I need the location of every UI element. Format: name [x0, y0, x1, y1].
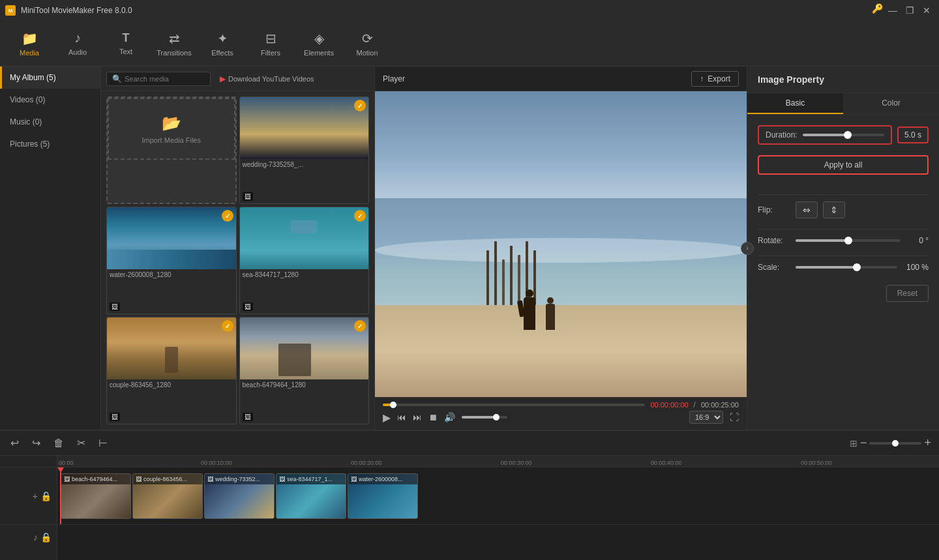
image-type-icon-sea: 🖼	[243, 302, 253, 311]
transitions-icon: ⇄	[169, 31, 180, 46]
tool-filters[interactable]: ⊟ Filters	[248, 24, 293, 63]
clip-header-couple: 🖼 couple-863456...	[133, 474, 202, 484]
volume-button[interactable]: 🔊	[444, 412, 455, 422]
tool-audio[interactable]: ♪ Audio	[55, 24, 100, 63]
timeline-clip-wedding[interactable]: 🖼 wedding-73352...	[204, 473, 275, 519]
split-button[interactable]: ⊢	[96, 435, 110, 450]
volume-slider[interactable]	[462, 416, 507, 419]
scale-slider[interactable]	[796, 266, 897, 269]
playhead[interactable]	[60, 467, 61, 524]
clip-label-beach: beach-6479464...	[72, 476, 117, 482]
folder-icon: 📂	[162, 114, 181, 132]
next-button[interactable]: ⏭	[413, 412, 422, 422]
titlebar-controls: 🔑 — ❐ ✕	[872, 3, 934, 18]
scale-value: 100 %	[902, 263, 929, 272]
media-item-wedding[interactable]: 🖼 wedding-7335258_...	[239, 96, 370, 204]
tab-color[interactable]: Color	[843, 93, 939, 114]
image-type-icon-beach: 🖼	[243, 413, 253, 421]
timeline-clip-sea[interactable]: 🖼 sea-8344717_1...	[276, 473, 346, 519]
undo-button[interactable]: ↩	[8, 435, 22, 450]
right-panel: › Image Property Basic Color Duration: 5…	[747, 66, 939, 430]
sidebar-item-pictures[interactable]: Pictures (5)	[0, 133, 100, 155]
media-label-wedding: wedding-7335258_...	[240, 159, 369, 170]
sidebar-item-album[interactable]: My Album (5)	[0, 66, 100, 89]
timeline-clip-water[interactable]: 🖼 water-2600008...	[348, 473, 418, 519]
reset-button[interactable]: Reset	[886, 285, 929, 302]
tool-text[interactable]: T Text	[103, 24, 149, 63]
media-item-couple[interactable]: 🖼 couple-863456_1280	[106, 317, 237, 424]
prev-button[interactable]: ⏮	[397, 412, 406, 422]
restore-button[interactable]: ❐	[902, 3, 917, 18]
delete-button[interactable]: 🗑	[51, 436, 67, 450]
close-button[interactable]: ✕	[919, 3, 934, 18]
right-panel-content: Duration: 5.0 s Apply to all Flip: ⇔	[747, 115, 939, 430]
player-buttons: ▶ ⏮ ⏭ ⏹ 🔊 16:9 4:3 1:1 ⛶	[383, 411, 739, 424]
tool-motion[interactable]: ⟳ Motion	[344, 24, 390, 63]
track-labels: + 🔒 ♪ 🔒	[0, 456, 57, 560]
timeline-clip-beach[interactable]: 🖼 beach-6479464...	[61, 473, 131, 519]
media-item-import[interactable]: 📂 Import Media Files	[106, 96, 237, 204]
timeline-clip-couple[interactable]: 🖼 couple-863456...	[132, 473, 203, 519]
flip-horizontal-button[interactable]: ⇔	[796, 201, 818, 218]
collapse-panel-button[interactable]: ›	[741, 242, 754, 255]
import-area[interactable]: 📂 Import Media Files	[108, 98, 235, 160]
zoom-slider[interactable]	[869, 442, 921, 445]
media-item-sea[interactable]: 🖼 sea-8344717_1280	[239, 207, 370, 314]
timeline-ruler: 00:00 00:00:10:00 00:00:20:00 00:00:30:0…	[57, 456, 939, 467]
cut-button[interactable]: ✂	[74, 435, 88, 450]
progress-bar-container[interactable]: 00:00:00:00 / 00:00:25:00	[383, 400, 739, 409]
app-logo: M	[5, 5, 16, 16]
total-time: 00:00:25:00	[701, 401, 739, 409]
minimize-button[interactable]: —	[886, 3, 900, 18]
audio-track[interactable]	[57, 525, 939, 544]
media-item-beach[interactable]: 🖼 beach-6479464_1280	[239, 317, 370, 424]
tool-transitions[interactable]: ⇄ Transitions	[151, 24, 197, 63]
play-button[interactable]: ▶	[383, 411, 391, 424]
redo-button[interactable]: ↪	[29, 435, 43, 450]
aspect-ratio-select[interactable]: 16:9 4:3 1:1	[689, 411, 723, 424]
media-panel: 🔍 ▶ Download YouTube Videos 📂 Import Med…	[101, 66, 375, 430]
right-panel-title: Image Property	[758, 74, 824, 85]
export-label: Export	[708, 74, 730, 83]
video-track[interactable]: 🖼 beach-6479464... 🖼 couple-863456...	[57, 467, 939, 525]
tool-elements[interactable]: ◈ Elements	[296, 24, 342, 63]
text-icon: T	[123, 31, 130, 45]
rotate-row: Rotate: 0 °	[758, 236, 929, 245]
volume-thumb[interactable]	[493, 414, 499, 420]
apply-to-all-button[interactable]: Apply to all	[758, 155, 929, 175]
tool-media[interactable]: 📁 Media	[7, 24, 52, 63]
stop-button[interactable]: ⏹	[428, 412, 438, 422]
sidebar-item-videos[interactable]: Videos (0)	[0, 89, 100, 111]
duration-slider[interactable]	[803, 134, 884, 136]
lock-track-icon[interactable]: 🔒	[40, 491, 52, 501]
zoom-minus-button[interactable]: −	[860, 436, 867, 450]
fullscreen-button[interactable]: ⛶	[730, 412, 739, 422]
right-panel-header: Image Property	[747, 66, 939, 93]
export-button[interactable]: ↑ Export	[691, 71, 739, 87]
lock-audio-icon[interactable]: 🔒	[40, 532, 52, 542]
timeline-toolbar: ↩ ↪ 🗑 ✂ ⊢ ⊞ − +	[0, 431, 939, 456]
rotate-slider[interactable]	[796, 239, 901, 242]
player-controls: 00:00:00:00 / 00:00:25:00 ▶ ⏮ ⏭ ⏹ 🔊 16:9…	[375, 397, 747, 430]
zoom-group: ⊞ − +	[850, 436, 931, 450]
duration-thumb[interactable]	[844, 131, 852, 139]
tool-effects[interactable]: ✦ Effects	[200, 24, 245, 63]
timeline-area[interactable]: 00:00 00:00:10:00 00:00:20:00 00:00:30:0…	[57, 456, 939, 560]
add-track-icon[interactable]: +	[33, 491, 38, 501]
ruler-tick-30: 00:00:30:00	[501, 456, 532, 467]
progress-thumb[interactable]	[390, 402, 396, 408]
duration-fill	[803, 134, 848, 136]
media-item-water[interactable]: 🖼 water-2600008_1280	[106, 207, 237, 314]
titlebar-left: M MiniTool MovieMaker Free 8.0.0	[5, 5, 132, 16]
search-input[interactable]	[125, 75, 205, 83]
youtube-download-button[interactable]: ▶ Download YouTube Videos	[216, 72, 318, 85]
sidebar-item-music[interactable]: Music (0)	[0, 111, 100, 133]
flip-vertical-button[interactable]: ⇕	[823, 201, 845, 218]
clip-header-beach: 🖼 beach-6479464...	[61, 474, 130, 484]
search-box[interactable]: 🔍	[106, 72, 211, 86]
tab-basic[interactable]: Basic	[747, 93, 843, 114]
audio-icon: ♪	[74, 31, 81, 46]
progress-track[interactable]	[383, 404, 645, 406]
zoom-plus-button[interactable]: +	[924, 436, 931, 450]
timeline-tracks: + 🔒 ♪ 🔒 00:00 00:00:10:00 00:00:20:00	[0, 456, 939, 560]
